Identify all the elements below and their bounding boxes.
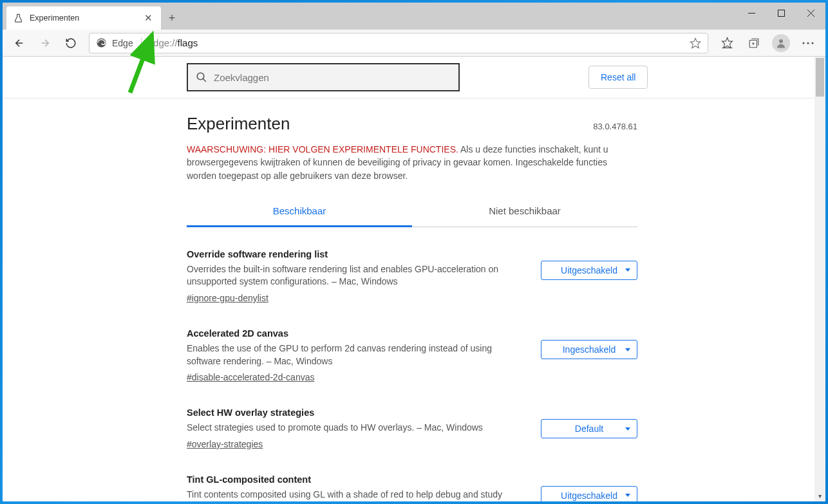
flag-title: Select HW overlay strategies: [187, 407, 528, 418]
address-bar[interactable]: Edge edge://flags: [89, 33, 708, 53]
toolbar: Edge edge://flags: [3, 30, 825, 57]
flask-icon: [13, 13, 23, 23]
forward-button[interactable]: [33, 32, 57, 55]
flag-row: Override software rendering list Overrid…: [187, 249, 637, 304]
tab-title: Experimenten: [30, 14, 142, 23]
tab-unavailable[interactable]: Niet beschikbaar: [412, 196, 637, 227]
refresh-button[interactable]: [59, 32, 82, 55]
search-input[interactable]: [214, 72, 451, 83]
new-tab-button[interactable]: +: [161, 6, 183, 30]
search-icon: [196, 71, 207, 83]
browser-tab[interactable]: Experimenten ✕: [6, 6, 161, 30]
flag-hash-link[interactable]: #ignore-gpu-denylist: [187, 293, 268, 303]
flag-hash-link[interactable]: #disable-accelerated-2d-canvas: [187, 372, 314, 382]
close-window-button[interactable]: [796, 3, 825, 23]
flag-row: Select HW overlay strategies Select stra…: [187, 407, 637, 450]
svg-point-12: [811, 42, 813, 44]
menu-icon[interactable]: [796, 32, 820, 55]
flag-select[interactable]: Uitgeschakeld: [541, 261, 637, 280]
flag-select[interactable]: Default: [541, 419, 637, 438]
flag-title: Accelerated 2D canvas: [187, 328, 528, 339]
svg-marker-5: [691, 38, 701, 48]
flag-description: Enables the use of the GPU to perform 2d…: [187, 342, 528, 368]
flag-select[interactable]: Ingeschakeld: [541, 340, 637, 359]
profile-avatar[interactable]: [769, 32, 793, 55]
maximize-button[interactable]: [766, 3, 796, 23]
svg-point-11: [807, 42, 809, 44]
edge-logo-icon: [96, 37, 107, 48]
svg-point-9: [779, 39, 783, 43]
svg-point-13: [197, 73, 204, 80]
warning-text: WAARSCHUWING: HIER VOLGEN EXPERIMENTELE …: [187, 143, 637, 182]
svg-marker-6: [722, 38, 732, 48]
scrollbar[interactable]: ▾: [814, 57, 825, 501]
flag-description: Select strategies used to promote quads …: [187, 422, 528, 434]
page-title: Experimenten: [187, 114, 290, 134]
titlebar: Experimenten ✕ +: [3, 3, 825, 30]
favorites-icon[interactable]: [715, 32, 739, 55]
back-button[interactable]: [8, 32, 31, 55]
flag-row: Tint GL-composited content Tint contents…: [187, 474, 637, 501]
collections-icon[interactable]: [742, 32, 766, 55]
url-text: edge://flags: [148, 37, 690, 48]
svg-point-10: [802, 42, 804, 44]
search-flags-box[interactable]: [187, 63, 460, 91]
scroll-thumb[interactable]: [816, 58, 824, 97]
edge-label-text: Edge: [112, 38, 133, 48]
reset-all-button[interactable]: Reset all: [588, 66, 648, 89]
flag-title: Tint GL-composited content: [187, 474, 528, 485]
flag-select[interactable]: Uitgeschakeld: [541, 486, 637, 501]
flag-title: Override software rendering list: [187, 249, 528, 259]
svg-rect-1: [778, 10, 784, 16]
close-tab-icon[interactable]: ✕: [142, 12, 155, 24]
flag-row: Accelerated 2D canvas Enables the use of…: [187, 328, 637, 383]
svg-line-14: [203, 79, 206, 82]
minimize-button[interactable]: [737, 3, 766, 23]
favorite-star-icon[interactable]: [690, 37, 701, 49]
edge-badge: Edge: [96, 37, 142, 48]
flag-hash-link[interactable]: #overlay-strategies: [187, 439, 263, 449]
tab-available[interactable]: Beschikbaar: [187, 196, 412, 227]
version-text: 83.0.478.61: [593, 122, 637, 131]
flag-description: Overrides the built-in software renderin…: [187, 263, 528, 288]
flag-description: Tint contents composited using GL with a…: [187, 489, 528, 501]
scroll-down-icon[interactable]: ▾: [814, 490, 825, 501]
